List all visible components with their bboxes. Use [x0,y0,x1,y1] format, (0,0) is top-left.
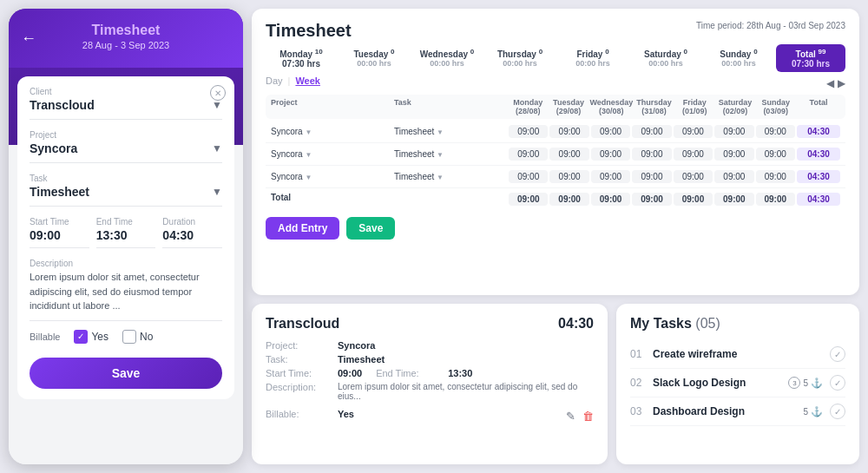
end-time-label: End Time [96,217,156,227]
row3-wed[interactable]: 09:00 [591,170,630,183]
save-button[interactable]: Save [346,217,395,240]
task-detail: Task: Timesheet [266,354,594,365]
days-header: Monday 10 07:30 hrs Tuesday 0 00:00 hrs … [266,44,845,72]
row1-mon[interactable]: 09:00 [509,125,548,138]
wednesday-col-header: Wednesday 0 00:00 hrs [411,44,483,72]
description-field: Description Lorem ipsum dolor sit amet, … [30,259,222,321]
duration-field[interactable]: Duration 04:30 [162,217,222,248]
next-arrow[interactable]: ▶ [838,77,845,89]
time-period: Time period: 28th Aug - 03rd Sep 2023 [696,21,845,30]
mobile-title: Timesheet [23,23,229,38]
day-view-button[interactable]: Day [266,76,283,86]
task-col-header: Task [394,98,507,115]
client-dropdown-arrow: ▼ [212,99,222,111]
row1-project[interactable]: Syncora ▼ [271,127,392,136]
task-value[interactable]: Timesheet ▼ [30,185,222,199]
row2-mon[interactable]: 09:00 [509,148,548,161]
row1-wed[interactable]: 09:00 [591,125,630,138]
row3-fri[interactable]: 09:00 [674,170,713,183]
delete-icon[interactable]: 🗑 [582,410,594,423]
row1-total: 04:30 [797,125,840,138]
tc-desc-value: Lorem ipsum dolor sit amet, consectetur … [338,382,594,401]
total-all: 04:30 [797,193,840,206]
task1-check[interactable]: ✓ [830,346,845,362]
row1-sat[interactable]: 09:00 [714,125,753,138]
row2-sat[interactable]: 09:00 [714,148,753,161]
transcloud-header: Transcloud 04:30 [266,316,594,332]
billable-yes-option[interactable]: ✓ Yes [74,330,108,344]
timesheet-panel: Timesheet Time period: 28th Aug - 03rd S… [252,9,859,295]
start-time-label: Start Time [30,217,89,227]
row2-wed[interactable]: 09:00 [591,148,630,161]
yes-checkbox[interactable]: ✓ [74,330,88,344]
task2-check[interactable]: ✓ [830,375,845,391]
total-sun: 09:00 [756,193,795,206]
row2-project[interactable]: Syncora ▼ [271,149,392,159]
right-area: Timesheet Time period: 28th Aug - 03rd S… [252,9,859,464]
row3-sat[interactable]: 09:00 [714,170,753,183]
row2-task[interactable]: Timesheet ▼ [394,149,507,159]
billable-no-option[interactable]: No [122,330,153,344]
task3-check[interactable]: ✓ [830,404,845,419]
task-dropdown-arrow: ▼ [212,186,222,198]
row3-sun[interactable]: 09:00 [756,170,795,183]
prev-arrow[interactable]: ◀ [826,77,834,89]
row3-task[interactable]: Timesheet ▼ [394,172,507,181]
row3-tue[interactable]: 09:00 [549,170,589,183]
table-header: Project Task Monday(28/08) Tuesday(29/08… [266,95,845,119]
row2-fri[interactable]: 09:00 [674,148,713,161]
project-detail: Project: Syncora [266,340,594,351]
tasks-card: My Tasks (05) 01 Create wireframe ✓ 02 S… [616,304,859,464]
row2-sun[interactable]: 09:00 [756,148,795,161]
no-checkbox[interactable] [122,330,136,344]
table-row: Syncora ▼ Timesheet ▼ 09:00 09:00 09:00 … [266,166,845,188]
transcloud-card: Transcloud 04:30 Project: Syncora Task: … [252,304,608,464]
total-thu: 09:00 [632,193,671,206]
row1-sun[interactable]: 09:00 [756,125,795,138]
client-field: Client Transcloud ▼ [30,87,222,120]
edit-icon[interactable]: ✎ [566,410,575,423]
mobile-save-button[interactable]: Save [30,358,222,389]
description-label: Description [30,259,222,268]
row3-project[interactable]: Syncora ▼ [271,172,392,181]
tc-project-value: Syncora [338,340,375,351]
row3-mon[interactable]: 09:00 [509,170,548,183]
client-label: Client [30,87,222,96]
add-entry-button[interactable]: Add Entry [266,217,339,240]
row1-fri[interactable]: 09:00 [674,125,713,138]
row2-tue[interactable]: 09:00 [549,148,589,161]
total-col-header-table: Total [797,98,840,115]
end-time-value: 13:30 [96,228,156,242]
sunday-col-header: Sunday 0 00:00 hrs [703,44,774,72]
project-value[interactable]: Syncora ▼ [30,141,222,155]
end-time-field[interactable]: End Time 13:30 [96,217,156,248]
week-view-button[interactable]: Week [295,76,320,86]
billable-label: Billable [30,332,60,342]
tue-col-header: Tuesday(29/08) [549,98,589,115]
total-col-header: Total 99 07:30 hrs [776,44,845,72]
table-row: Syncora ▼ Timesheet ▼ 09:00 09:00 09:00 … [266,121,845,143]
tasks-header: My Tasks (05) [630,316,845,332]
row3-total: 04:30 [797,170,840,183]
mobile-date-range: 28 Aug - 3 Sep 2023 [23,40,229,50]
close-button[interactable]: ✕ [210,85,226,101]
tc-end-value: 13:30 [448,368,472,378]
sat-col-header: Saturday(02/09) [716,98,755,115]
time-row: Start Time 09:00 End Time 13:30 Duration… [30,217,222,248]
row3-thu[interactable]: 09:00 [632,170,671,183]
task2-badges: 3 5 ⚓ [788,377,823,389]
tag-icon: ⚓ [811,406,823,417]
row2-thu[interactable]: 09:00 [632,148,671,161]
task-field: Task Timesheet ▼ [30,174,222,207]
mobile-panel: ← Timesheet 28 Aug - 3 Sep 2023 ✕ Client… [9,9,243,464]
row1-tue[interactable]: 09:00 [549,125,589,138]
thursday-col-header: Thursday 0 00:00 hrs [484,44,556,72]
row1-task[interactable]: Timesheet ▼ [394,127,507,136]
tc-start-value: 09:00 [338,368,362,378]
time-detail: Start Time: 09:00 End Time: 13:30 [266,368,594,378]
client-value[interactable]: Transcloud ▼ [30,98,222,112]
row1-thu[interactable]: 09:00 [632,125,671,138]
start-time-field[interactable]: Start Time 09:00 [30,217,89,248]
back-button[interactable]: ← [21,30,36,48]
project-label: Project [30,130,222,140]
